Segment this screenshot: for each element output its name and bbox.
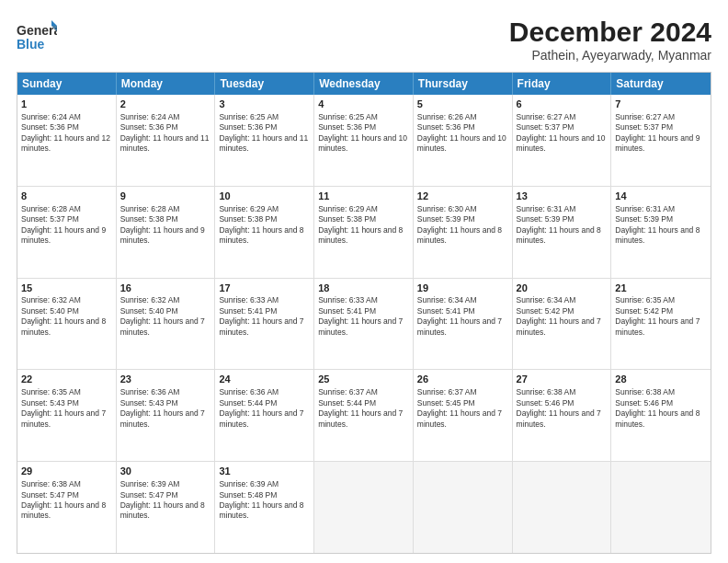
calendar-cell-5-3: 31Sunrise: 6:39 AMSunset: 5:48 PMDayligh… bbox=[215, 462, 314, 553]
cell-info: Sunrise: 6:27 AMSunset: 5:37 PMDaylight:… bbox=[615, 112, 707, 155]
day-number: 3 bbox=[219, 98, 310, 111]
page-header: General Blue December 2024 Pathein, Ayey… bbox=[17, 17, 711, 63]
day-number: 17 bbox=[219, 282, 310, 295]
calendar-cell-1-5: 5Sunrise: 6:26 AMSunset: 5:36 PMDaylight… bbox=[414, 95, 513, 186]
day-number: 5 bbox=[417, 98, 508, 111]
day-number: 15 bbox=[21, 282, 112, 295]
header-monday: Monday bbox=[117, 73, 216, 95]
header-tuesday: Tuesday bbox=[215, 73, 314, 95]
calendar-body: 1Sunrise: 6:24 AMSunset: 5:36 PMDaylight… bbox=[17, 95, 711, 553]
cell-info: Sunrise: 6:39 AMSunset: 5:47 PMDaylight:… bbox=[120, 479, 211, 522]
header-saturday: Saturday bbox=[611, 73, 711, 95]
cell-info: Sunrise: 6:36 AMSunset: 5:43 PMDaylight:… bbox=[120, 387, 211, 430]
title-block: December 2024 Pathein, Ayeyarwady, Myanm… bbox=[509, 17, 711, 63]
day-number: 23 bbox=[120, 373, 211, 386]
header-wednesday: Wednesday bbox=[314, 73, 414, 95]
cell-info: Sunrise: 6:27 AMSunset: 5:37 PMDaylight:… bbox=[517, 112, 608, 155]
cell-info: Sunrise: 6:28 AMSunset: 5:37 PMDaylight:… bbox=[21, 204, 112, 247]
subtitle: Pathein, Ayeyarwady, Myanmar bbox=[509, 48, 711, 63]
calendar-cell-4-3: 24Sunrise: 6:36 AMSunset: 5:44 PMDayligh… bbox=[215, 370, 314, 461]
calendar-cell-5-2: 30Sunrise: 6:39 AMSunset: 5:47 PMDayligh… bbox=[117, 462, 216, 553]
day-number: 2 bbox=[120, 98, 211, 111]
calendar-cell-5-7 bbox=[611, 462, 711, 553]
header-thursday: Thursday bbox=[414, 73, 513, 95]
calendar-cell-2-7: 14Sunrise: 6:31 AMSunset: 5:39 PMDayligh… bbox=[611, 187, 711, 278]
cell-info: Sunrise: 6:36 AMSunset: 5:44 PMDaylight:… bbox=[219, 387, 310, 430]
cell-info: Sunrise: 6:37 AMSunset: 5:44 PMDaylight:… bbox=[318, 387, 409, 430]
calendar-cell-5-6 bbox=[513, 462, 612, 553]
calendar-cell-2-2: 9Sunrise: 6:28 AMSunset: 5:38 PMDaylight… bbox=[117, 187, 216, 278]
cell-info: Sunrise: 6:29 AMSunset: 5:38 PMDaylight:… bbox=[219, 204, 310, 247]
day-number: 20 bbox=[517, 282, 608, 295]
day-number: 22 bbox=[21, 373, 112, 386]
cell-info: Sunrise: 6:34 AMSunset: 5:41 PMDaylight:… bbox=[417, 295, 508, 338]
day-number: 13 bbox=[517, 190, 608, 203]
day-number: 8 bbox=[21, 190, 112, 203]
calendar-header: Sunday Monday Tuesday Wednesday Thursday… bbox=[17, 73, 711, 95]
calendar-cell-3-1: 15Sunrise: 6:32 AMSunset: 5:40 PMDayligh… bbox=[17, 279, 117, 370]
calendar-cell-3-4: 18Sunrise: 6:33 AMSunset: 5:41 PMDayligh… bbox=[314, 279, 414, 370]
day-number: 9 bbox=[120, 190, 211, 203]
cell-info: Sunrise: 6:25 AMSunset: 5:36 PMDaylight:… bbox=[318, 112, 409, 155]
cell-info: Sunrise: 6:28 AMSunset: 5:38 PMDaylight:… bbox=[120, 204, 211, 247]
calendar-cell-5-4 bbox=[314, 462, 414, 553]
calendar-cell-4-7: 28Sunrise: 6:38 AMSunset: 5:46 PMDayligh… bbox=[611, 370, 711, 461]
calendar-cell-1-2: 2Sunrise: 6:24 AMSunset: 5:36 PMDaylight… bbox=[117, 95, 216, 186]
main-title: December 2024 bbox=[509, 17, 711, 48]
day-number: 29 bbox=[21, 465, 112, 478]
calendar-cell-2-1: 8Sunrise: 6:28 AMSunset: 5:37 PMDaylight… bbox=[17, 187, 117, 278]
cell-info: Sunrise: 6:39 AMSunset: 5:48 PMDaylight:… bbox=[219, 479, 310, 522]
calendar-cell-1-4: 4Sunrise: 6:25 AMSunset: 5:36 PMDaylight… bbox=[314, 95, 414, 186]
calendar-cell-5-1: 29Sunrise: 6:38 AMSunset: 5:47 PMDayligh… bbox=[17, 462, 117, 553]
calendar-cell-2-6: 13Sunrise: 6:31 AMSunset: 5:39 PMDayligh… bbox=[513, 187, 612, 278]
day-number: 11 bbox=[318, 190, 409, 203]
header-friday: Friday bbox=[513, 73, 612, 95]
calendar-cell-4-1: 22Sunrise: 6:35 AMSunset: 5:43 PMDayligh… bbox=[17, 370, 117, 461]
logo-svg: General Blue bbox=[17, 17, 57, 57]
cell-info: Sunrise: 6:32 AMSunset: 5:40 PMDaylight:… bbox=[21, 295, 112, 338]
calendar-cell-5-5 bbox=[414, 462, 513, 553]
day-number: 24 bbox=[219, 373, 310, 386]
cell-info: Sunrise: 6:38 AMSunset: 5:46 PMDaylight:… bbox=[615, 387, 707, 430]
calendar: Sunday Monday Tuesday Wednesday Thursday… bbox=[17, 72, 711, 554]
logo: General Blue bbox=[17, 17, 57, 57]
day-number: 4 bbox=[318, 98, 409, 111]
day-number: 1 bbox=[21, 98, 112, 111]
calendar-cell-1-7: 7Sunrise: 6:27 AMSunset: 5:37 PMDaylight… bbox=[611, 95, 711, 186]
header-sunday: Sunday bbox=[17, 73, 117, 95]
svg-text:Blue: Blue bbox=[17, 37, 45, 52]
day-number: 12 bbox=[417, 190, 508, 203]
calendar-cell-3-7: 21Sunrise: 6:35 AMSunset: 5:42 PMDayligh… bbox=[611, 279, 711, 370]
calendar-cell-3-5: 19Sunrise: 6:34 AMSunset: 5:41 PMDayligh… bbox=[414, 279, 513, 370]
cell-info: Sunrise: 6:38 AMSunset: 5:46 PMDaylight:… bbox=[517, 387, 608, 430]
cell-info: Sunrise: 6:33 AMSunset: 5:41 PMDaylight:… bbox=[318, 295, 409, 338]
calendar-cell-2-5: 12Sunrise: 6:30 AMSunset: 5:39 PMDayligh… bbox=[414, 187, 513, 278]
cell-info: Sunrise: 6:26 AMSunset: 5:36 PMDaylight:… bbox=[417, 112, 508, 155]
calendar-cell-1-1: 1Sunrise: 6:24 AMSunset: 5:36 PMDaylight… bbox=[17, 95, 117, 186]
day-number: 25 bbox=[318, 373, 409, 386]
svg-text:General: General bbox=[17, 23, 57, 38]
cell-info: Sunrise: 6:31 AMSunset: 5:39 PMDaylight:… bbox=[517, 204, 608, 247]
cell-info: Sunrise: 6:24 AMSunset: 5:36 PMDaylight:… bbox=[120, 112, 211, 155]
cell-info: Sunrise: 6:34 AMSunset: 5:42 PMDaylight:… bbox=[517, 295, 608, 338]
day-number: 26 bbox=[417, 373, 508, 386]
calendar-cell-4-6: 27Sunrise: 6:38 AMSunset: 5:46 PMDayligh… bbox=[513, 370, 612, 461]
day-number: 6 bbox=[517, 98, 608, 111]
calendar-cell-4-4: 25Sunrise: 6:37 AMSunset: 5:44 PMDayligh… bbox=[314, 370, 414, 461]
day-number: 21 bbox=[615, 282, 707, 295]
day-number: 10 bbox=[219, 190, 310, 203]
day-number: 19 bbox=[417, 282, 508, 295]
day-number: 18 bbox=[318, 282, 409, 295]
day-number: 16 bbox=[120, 282, 211, 295]
calendar-cell-4-5: 26Sunrise: 6:37 AMSunset: 5:45 PMDayligh… bbox=[414, 370, 513, 461]
cell-info: Sunrise: 6:38 AMSunset: 5:47 PMDaylight:… bbox=[21, 479, 112, 522]
calendar-week-5: 29Sunrise: 6:38 AMSunset: 5:47 PMDayligh… bbox=[17, 461, 711, 553]
cell-info: Sunrise: 6:35 AMSunset: 5:42 PMDaylight:… bbox=[615, 295, 707, 338]
cell-info: Sunrise: 6:29 AMSunset: 5:38 PMDaylight:… bbox=[318, 204, 409, 247]
cell-info: Sunrise: 6:33 AMSunset: 5:41 PMDaylight:… bbox=[219, 295, 310, 338]
day-number: 31 bbox=[219, 465, 310, 478]
cell-info: Sunrise: 6:31 AMSunset: 5:39 PMDaylight:… bbox=[615, 204, 707, 247]
cell-info: Sunrise: 6:32 AMSunset: 5:40 PMDaylight:… bbox=[120, 295, 211, 338]
cell-info: Sunrise: 6:25 AMSunset: 5:36 PMDaylight:… bbox=[219, 112, 310, 155]
calendar-cell-2-4: 11Sunrise: 6:29 AMSunset: 5:38 PMDayligh… bbox=[314, 187, 414, 278]
